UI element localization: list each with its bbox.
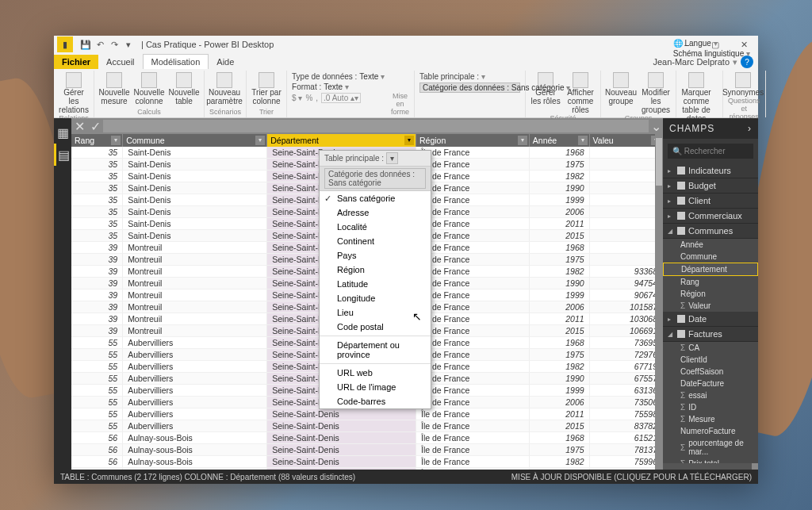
fields-scrollbar[interactable]: [752, 463, 758, 470]
user-label[interactable]: Jean-Marc Delprato: [653, 57, 730, 67]
category-dropdown-button[interactable]: Catégorie des données : Sans catégorie: [423, 83, 570, 92]
field-r-gion[interactable]: Région: [663, 288, 758, 300]
field-rang[interactable]: Rang: [663, 276, 758, 288]
category-item-r-gion[interactable]: Région: [320, 263, 431, 277]
table-indicateurs[interactable]: ▸Indicateurs: [663, 163, 758, 178]
table-communes[interactable]: ◢Communes: [663, 224, 758, 239]
report-view-icon[interactable]: ▦: [54, 121, 71, 144]
table-row[interactable]: 56Aulnay-sous-BoisSeine-Saint-DenisÎle d…: [71, 444, 663, 456]
formula-input[interactable]: [103, 120, 649, 132]
maintable-dropdown[interactable]: [481, 72, 485, 81]
category-header[interactable]: Catégorie des données : Sans catégorie: [320, 167, 431, 191]
fx-cancel-icon[interactable]: ✕: [71, 119, 87, 134]
field-clientid[interactable]: ClientId: [663, 354, 758, 366]
ribbon-nouvelle-colonne[interactable]: Nouvelle colonne: [134, 72, 164, 105]
col-filter-icon[interactable]: ▾: [578, 136, 588, 145]
col-filter-icon[interactable]: ▾: [255, 136, 265, 145]
table-row[interactable]: 55AubervilliersSeine-Saint-DenisÎle de F…: [71, 420, 663, 432]
field-numerofacture[interactable]: NumeroFacture: [663, 425, 758, 437]
redo-icon[interactable]: ↷: [108, 38, 121, 51]
ribbon-afficher-comme-r-les[interactable]: Afficher comme rôles: [565, 72, 596, 114]
menu-tab-modélisation[interactable]: Modélisation: [143, 54, 209, 69]
field-pourcentage-de-mar-[interactable]: pourcentage de mar...: [663, 437, 758, 458]
percent-button[interactable]: %: [305, 94, 312, 102]
schema-dropdown[interactable]: Schéma linguistique: [673, 49, 750, 58]
col-rang[interactable]: Rang▾: [71, 134, 123, 147]
ribbon-trier-par-colonne[interactable]: Trier par colonne: [251, 72, 282, 105]
formula-bar: ✕ ✓ ⌄: [71, 118, 663, 134]
comma-button[interactable]: ,: [316, 94, 318, 102]
ribbon-nouvelle-mesure[interactable]: Nouvelle mesure: [99, 72, 129, 105]
category-item-d-partement-ou-province[interactable]: Département ou province: [320, 338, 431, 362]
fx-expand-icon[interactable]: ⌄: [649, 119, 663, 134]
fields-collapse-icon[interactable]: ›: [748, 123, 752, 134]
fields-search-input[interactable]: 🔍 Rechercher: [668, 144, 753, 159]
fx-accept-icon[interactable]: ✓: [87, 119, 103, 134]
datatype-dropdown[interactable]: Texte: [359, 72, 385, 81]
col-filter-icon[interactable]: ▾: [518, 136, 527, 145]
save-icon[interactable]: 💾: [79, 38, 92, 51]
field-coeffsaison[interactable]: CoeffSaison: [663, 366, 758, 378]
menu-tab-aide[interactable]: Aide: [209, 55, 242, 69]
table-row[interactable]: 56Aulnay-sous-BoisSeine-Saint-DenisÎle d…: [71, 468, 663, 470]
table-row[interactable]: 55AubervilliersSeine-Saint-DenisÎle de F…: [71, 408, 663, 420]
field-ca[interactable]: CA: [663, 342, 758, 354]
field-essai[interactable]: essai: [663, 389, 758, 401]
decimals-stepper[interactable]: .0 Auto ▴▾: [321, 93, 361, 103]
category-item-pays[interactable]: Pays: [320, 248, 431, 263]
category-item-lieu[interactable]: Lieu: [320, 305, 431, 320]
ribbon-modifier-les-groupes[interactable]: Modifier les groupes: [641, 72, 671, 114]
category-item-localit-[interactable]: Localité: [320, 220, 431, 234]
ribbon-g-rer-les-r-les[interactable]: Gérer les rôles: [530, 72, 561, 114]
table-date[interactable]: ▸Date: [663, 312, 758, 327]
col-commune[interactable]: Commune▾: [123, 134, 267, 147]
field-datefacture[interactable]: DateFacture: [663, 378, 758, 389]
ribbon-g-rer-les-relations[interactable]: Gérer les relations: [59, 72, 89, 114]
col-valeu[interactable]: Valeu▾: [589, 134, 662, 147]
category-item-adresse[interactable]: Adresse: [320, 205, 431, 220]
col-filter-icon[interactable]: ▾: [111, 136, 121, 145]
table-row[interactable]: 56Aulnay-sous-BoisSeine-Saint-DenisÎle d…: [71, 456, 663, 468]
category-item-latitude[interactable]: Latitude: [320, 277, 431, 291]
field-id[interactable]: ID: [663, 401, 758, 413]
category-item-code-postal[interactable]: Code postal: [320, 320, 431, 334]
field-mesure[interactable]: Mesure: [663, 413, 758, 425]
ribbon-marquer-comme-table-de-dates[interactable]: Marquer comme table de dates: [681, 72, 711, 123]
category-item-code-barres[interactable]: Code-barres: [320, 394, 431, 408]
app-icon: ▮: [57, 36, 73, 52]
field-d-partement[interactable]: Département: [663, 263, 758, 276]
menu-tab-accueil[interactable]: Accueil: [98, 55, 142, 69]
category-item-url-de-l-image[interactable]: URL de l'image: [320, 380, 431, 394]
ribbon-synonymes[interactable]: Synonymes: [728, 72, 758, 97]
col-filter-icon[interactable]: ▾: [404, 136, 414, 145]
ribbon-nouveau-param-tre[interactable]: Nouveau paramètre: [209, 72, 239, 105]
language-dropdown[interactable]: 🌐 Langue: [673, 39, 750, 48]
currency-button[interactable]: $ ▾: [292, 94, 302, 102]
undo-icon[interactable]: ↶: [94, 38, 106, 51]
col-région[interactable]: Région▾: [416, 134, 529, 147]
field-valeur[interactable]: Valeur: [663, 300, 758, 312]
category-item-sans-cat-gorie[interactable]: Sans catégorie: [320, 191, 431, 205]
data-view-icon[interactable]: ▤: [54, 144, 71, 166]
field-ann-e[interactable]: Année: [663, 239, 758, 251]
format-dropdown[interactable]: Texte: [324, 82, 349, 91]
table-budget[interactable]: ▸Budget: [663, 178, 758, 194]
table-commerciaux[interactable]: ▸Commerciaux: [663, 209, 758, 224]
category-item-continent[interactable]: Continent: [320, 234, 431, 248]
qat-more-icon[interactable]: ▾: [122, 38, 135, 51]
update-link[interactable]: MISE À JOUR DISPONIBLE (CLIQUEZ POUR LA …: [511, 473, 752, 481]
table-row[interactable]: 56Aulnay-sous-BoisSeine-Saint-DenisÎle d…: [71, 432, 663, 444]
table-client[interactable]: ▸Client: [663, 194, 758, 209]
col-département[interactable]: Département▾: [267, 134, 416, 147]
ribbon-nouvelle-table[interactable]: Nouvelle table: [169, 72, 199, 105]
field-commune[interactable]: Commune: [663, 251, 758, 263]
field-prix-total[interactable]: Prix total: [663, 458, 758, 463]
category-item-longitude[interactable]: Longitude: [320, 291, 431, 305]
table-scrollbar[interactable]: [655, 134, 663, 470]
maintable-inline-dropdown[interactable]: ▾: [386, 152, 398, 164]
table-factures[interactable]: ◢Factures: [663, 327, 758, 342]
ribbon-nouveau-groupe[interactable]: Nouveau groupe: [606, 72, 636, 114]
col-année[interactable]: Année▾: [529, 134, 589, 147]
category-item-url-web[interactable]: URL web: [320, 366, 431, 380]
file-tab[interactable]: Fichier: [54, 55, 98, 69]
